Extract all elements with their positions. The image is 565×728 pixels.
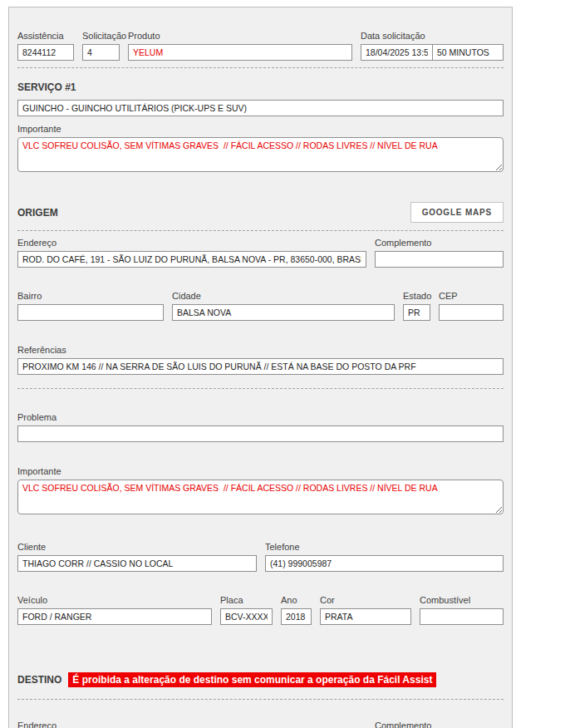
destino-warning-badge: É proibida a alteração de destino sem co… bbox=[68, 672, 436, 687]
telefone-input[interactable] bbox=[265, 555, 504, 572]
data-solicitacao-group bbox=[361, 44, 504, 61]
problema-label: Problema bbox=[17, 412, 504, 423]
duracao-input[interactable] bbox=[432, 44, 504, 61]
field-telefone: Telefone bbox=[265, 542, 504, 572]
produto-input[interactable] bbox=[128, 44, 352, 61]
field-solicitacao: Solicitação bbox=[82, 31, 120, 61]
field-servico-importante: Importante VLC SOFREU COLISÃO, SEM VÍTIM… bbox=[17, 116, 504, 172]
destino-section-head: DESTINO É proibida a alteração de destin… bbox=[17, 672, 504, 687]
ano-input[interactable] bbox=[281, 608, 312, 625]
ano-label: Ano bbox=[281, 595, 312, 606]
destino-complemento-label: Complemento bbox=[375, 721, 504, 728]
telefone-label: Telefone bbox=[265, 542, 504, 553]
destino-endereco-row: Endereço Complemento bbox=[17, 721, 504, 728]
assistencia-input[interactable] bbox=[17, 44, 74, 61]
solicitacao-label: Solicitação bbox=[82, 31, 120, 42]
header-row: Assistência Solicitação Produto Data sol… bbox=[17, 31, 504, 61]
servico-heading: SERVIÇO #1 bbox=[17, 81, 504, 93]
cidade-label: Cidade bbox=[172, 291, 395, 302]
field-cliente: Cliente bbox=[17, 542, 257, 572]
origem-importante-label: Importante bbox=[17, 466, 504, 477]
field-produto: Produto bbox=[128, 31, 352, 61]
field-bairro: Bairro bbox=[17, 291, 164, 321]
cliente-label: Cliente bbox=[17, 542, 257, 553]
field-assistencia: Assistência bbox=[17, 31, 74, 61]
combustivel-label: Combustível bbox=[420, 595, 504, 606]
field-origem-complemento: Complemento bbox=[375, 238, 504, 268]
origem-endereco-label: Endereço bbox=[17, 238, 366, 248]
estado-input[interactable] bbox=[403, 304, 430, 321]
veiculo-input[interactable] bbox=[17, 608, 212, 625]
cor-label: Cor bbox=[320, 595, 411, 606]
servico-input[interactable] bbox=[17, 100, 504, 116]
field-origem-importante: Importante VLC SOFREU COLISÃO, SEM VÍTIM… bbox=[17, 466, 504, 514]
field-cidade: Cidade bbox=[172, 291, 395, 321]
field-data-solicitacao: Data solicitação bbox=[361, 31, 504, 61]
bairro-input[interactable] bbox=[17, 304, 164, 321]
assistencia-label: Assistência bbox=[17, 31, 74, 42]
field-destino-complemento: Complemento bbox=[375, 721, 504, 728]
divider bbox=[17, 67, 504, 68]
combustivel-input[interactable] bbox=[420, 608, 504, 625]
field-origem-endereco: Endereço bbox=[17, 238, 366, 268]
cep-label: CEP bbox=[439, 291, 504, 302]
servico-importante-textarea[interactable]: VLC SOFREU COLISÃO, SEM VÍTIMAS GRAVES /… bbox=[17, 137, 504, 172]
divider bbox=[17, 230, 504, 231]
destino-heading: DESTINO bbox=[17, 674, 61, 686]
placa-input[interactable] bbox=[220, 608, 273, 625]
estado-label: Estado bbox=[403, 291, 430, 302]
origem-importante-textarea[interactable]: VLC SOFREU COLISÃO, SEM VÍTIMAS GRAVES /… bbox=[17, 480, 504, 514]
origem-bairro-row: Bairro Cidade Estado CEP bbox=[17, 291, 504, 321]
field-ano: Ano bbox=[281, 595, 312, 625]
field-cep: CEP bbox=[439, 291, 504, 321]
field-combustivel: Combustível bbox=[420, 595, 504, 625]
google-maps-button[interactable]: GOOGLE MAPS bbox=[410, 202, 504, 223]
field-estado: Estado bbox=[403, 291, 430, 321]
origem-endereco-row: Endereço Complemento bbox=[17, 238, 504, 268]
problema-input[interactable] bbox=[17, 425, 504, 442]
solicitacao-input[interactable] bbox=[82, 44, 120, 61]
origem-complemento-input[interactable] bbox=[375, 251, 504, 268]
bairro-label: Bairro bbox=[17, 291, 164, 302]
produto-label: Produto bbox=[128, 31, 352, 42]
cor-input[interactable] bbox=[320, 608, 411, 625]
veiculo-label: Veículo bbox=[17, 595, 212, 606]
cidade-input[interactable] bbox=[172, 304, 395, 321]
cliente-row: Cliente Telefone bbox=[17, 542, 504, 572]
importante-label: Importante bbox=[17, 124, 504, 135]
field-destino-endereco: Endereço bbox=[17, 721, 366, 728]
field-placa: Placa bbox=[220, 595, 273, 625]
referencias-input[interactable] bbox=[17, 358, 504, 375]
data-solicitacao-label: Data solicitação bbox=[361, 31, 504, 42]
data-solicitacao-input[interactable] bbox=[361, 44, 433, 61]
veiculo-row: Veículo Placa Ano Cor Combustível bbox=[17, 595, 504, 625]
origem-heading: ORIGEM bbox=[17, 207, 58, 219]
origem-section-head: ORIGEM GOOGLE MAPS bbox=[17, 202, 504, 223]
cep-input[interactable] bbox=[439, 304, 504, 321]
divider bbox=[17, 699, 504, 700]
destino-endereco-label: Endereço bbox=[17, 721, 366, 728]
field-cor: Cor bbox=[320, 595, 411, 625]
service-form-panel: Assistência Solicitação Produto Data sol… bbox=[8, 7, 513, 728]
field-problema: Problema bbox=[17, 412, 504, 442]
origem-complemento-label: Complemento bbox=[375, 238, 504, 248]
placa-label: Placa bbox=[220, 595, 273, 606]
origem-endereco-input[interactable] bbox=[17, 251, 366, 268]
field-referencias: Referências bbox=[17, 345, 504, 375]
cliente-input[interactable] bbox=[17, 555, 257, 572]
field-veiculo: Veículo bbox=[17, 595, 212, 625]
referencias-label: Referências bbox=[17, 345, 504, 356]
divider bbox=[17, 388, 504, 389]
